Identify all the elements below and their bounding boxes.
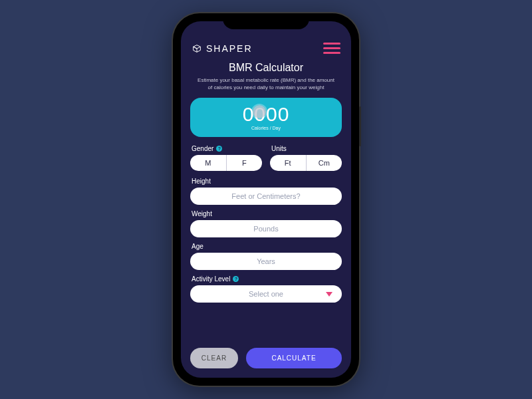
- weight-input[interactable]: [190, 220, 342, 237]
- gender-label: Gender: [192, 145, 213, 152]
- brand-name: SHAPER: [206, 43, 253, 54]
- logo-icon: [192, 43, 202, 54]
- units-segmented: Ft Cm: [270, 155, 342, 171]
- weight-label: Weight: [192, 210, 212, 217]
- calculate-button[interactable]: CALCULATE: [246, 348, 342, 368]
- units-label: Units: [271, 145, 287, 152]
- help-icon[interactable]: ?: [216, 146, 222, 152]
- age-label: Age: [192, 243, 203, 250]
- activity-select[interactable]: Select one: [190, 285, 342, 303]
- units-ft-button[interactable]: Ft: [270, 155, 307, 171]
- hamburger-icon: [323, 43, 340, 45]
- activity-label: Activity Level: [192, 275, 230, 283]
- age-input[interactable]: [190, 253, 342, 270]
- page-title: BMR Calculator: [190, 62, 342, 74]
- page-subtitle: Estimate your basal metabolic rate (BMR)…: [197, 76, 335, 91]
- clear-button[interactable]: CLEAR: [190, 348, 238, 368]
- units-cm-button[interactable]: Cm: [307, 155, 342, 171]
- result-value: 0000: [190, 103, 342, 126]
- phone-notch: [223, 13, 309, 29]
- gender-female-button[interactable]: F: [227, 155, 263, 171]
- menu-button[interactable]: [323, 43, 340, 54]
- gender-male-button[interactable]: M: [190, 155, 227, 171]
- phone-frame: SHAPER BMR Calculator Estimate your basa…: [173, 13, 359, 386]
- chevron-down-icon: [326, 292, 332, 297]
- app-screen: SHAPER BMR Calculator Estimate your basa…: [181, 21, 351, 378]
- gender-segmented: M F: [190, 155, 262, 171]
- help-icon[interactable]: ?: [233, 276, 239, 282]
- activity-select-placeholder: Select one: [249, 290, 283, 298]
- height-input[interactable]: [190, 188, 342, 205]
- result-unit: Calories / Day: [190, 126, 342, 130]
- height-label: Height: [192, 178, 211, 185]
- brand: SHAPER: [192, 43, 253, 54]
- result-card: 0000 Calories / Day: [190, 98, 342, 137]
